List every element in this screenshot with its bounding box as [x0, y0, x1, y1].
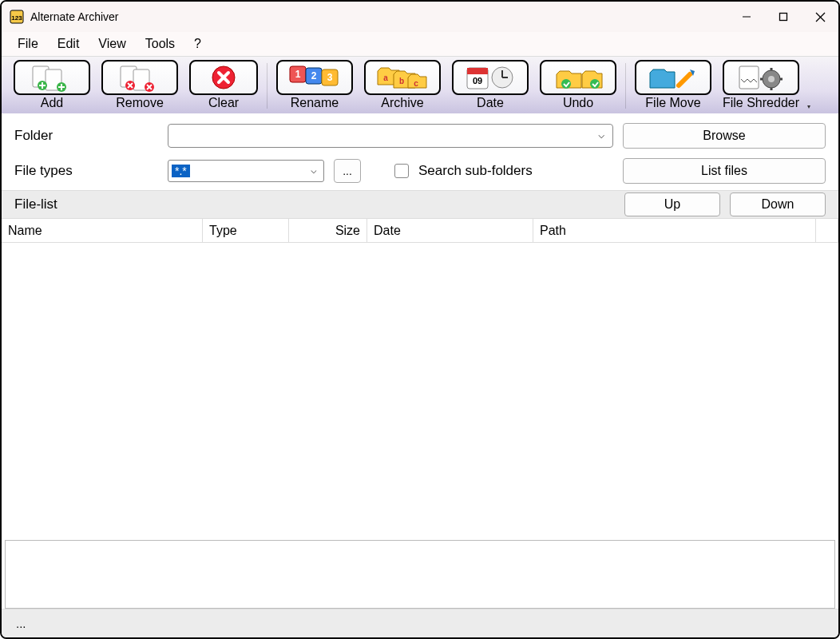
col-name[interactable]: Name [2, 219, 203, 242]
toolbar-add[interactable]: Add [8, 58, 96, 113]
close-button[interactable] [802, 2, 838, 32]
listfiles-button[interactable]: List files [623, 158, 826, 184]
menu-edit[interactable]: Edit [48, 34, 89, 54]
statusbar: ... [2, 609, 838, 637]
filetypes-more-button[interactable]: ... [334, 159, 361, 183]
down-button[interactable]: Down [730, 192, 826, 216]
folder-combobox[interactable] [168, 124, 613, 148]
undo-icon [540, 60, 616, 95]
filemove-icon [635, 60, 711, 95]
rename-icon: 1 2 3 [276, 60, 353, 95]
svg-text:123: 123 [11, 14, 22, 22]
toolbar-date[interactable]: 09 Date [446, 58, 534, 113]
add-icon [14, 60, 90, 95]
menu-tools[interactable]: Tools [136, 34, 184, 54]
svg-text:a: a [383, 73, 388, 82]
svg-text:b: b [399, 77, 404, 85]
toolbar-fileshredder[interactable]: File Shredder [717, 58, 805, 113]
filelist-title: File-list [14, 196, 615, 212]
toolbar-rename[interactable]: 1 2 3 Rename [271, 58, 359, 113]
col-date[interactable]: Date [367, 219, 533, 242]
folder-label: Folder [14, 128, 158, 144]
remove-icon [101, 60, 178, 95]
svg-text:2: 2 [311, 70, 317, 81]
toolbar: Add Remove Clear 1 2 3 [2, 56, 838, 113]
app-icon: 123 [10, 10, 24, 24]
svg-rect-32 [739, 66, 759, 89]
col-path[interactable]: Path [533, 219, 816, 242]
menu-view[interactable]: View [89, 34, 135, 54]
toolbar-clear[interactable]: Clear [184, 58, 263, 113]
maximize-button[interactable] [765, 2, 802, 32]
window-title: Alternate Archiver [30, 10, 119, 23]
fileshredder-icon [723, 60, 799, 95]
toolbar-filemove[interactable]: File Move [629, 58, 717, 113]
filetypes-label: File types [14, 163, 158, 179]
titlebar: 123 Alternate Archiver [2, 2, 838, 32]
menu-file[interactable]: File [8, 34, 48, 54]
svg-text:09: 09 [473, 76, 482, 85]
archive-icon: a b c [364, 60, 441, 95]
col-type[interactable]: Type [203, 219, 289, 242]
toolbar-archive[interactable]: a b c Archive [359, 58, 446, 113]
minimize-button[interactable] [728, 2, 765, 32]
toolbar-undo[interactable]: Undo [534, 58, 622, 113]
filelist-header: File-list Up Down [2, 190, 838, 219]
svg-text:3: 3 [327, 72, 333, 83]
status-text: ... [16, 617, 26, 630]
filetypes-combobox[interactable]: *.* [168, 160, 324, 182]
search-subfolders-checkbox[interactable] [394, 164, 409, 178]
table-header: Name Type Size Date Path [2, 219, 838, 243]
col-size[interactable]: Size [289, 219, 367, 242]
menu-help[interactable]: ? [184, 34, 211, 54]
date-icon: 09 [452, 60, 529, 95]
svg-rect-25 [467, 68, 488, 74]
up-button[interactable]: Up [624, 192, 720, 216]
browse-button[interactable]: Browse [623, 123, 826, 149]
menubar: File Edit View Tools ? [2, 32, 838, 56]
clear-icon [189, 60, 258, 95]
svg-point-34 [768, 76, 775, 82]
svg-text:c: c [414, 79, 418, 88]
search-subfolders-label: Search sub-folders [418, 163, 533, 179]
table-body[interactable] [2, 243, 838, 540]
svg-rect-3 [780, 14, 787, 21]
toolbar-overflow[interactable]: ▾ [805, 58, 813, 113]
svg-text:1: 1 [295, 69, 301, 80]
controls-panel: Folder Browse File types *.* ... Search … [2, 113, 838, 190]
bottom-pane[interactable] [5, 540, 835, 609]
toolbar-remove[interactable]: Remove [96, 58, 184, 113]
